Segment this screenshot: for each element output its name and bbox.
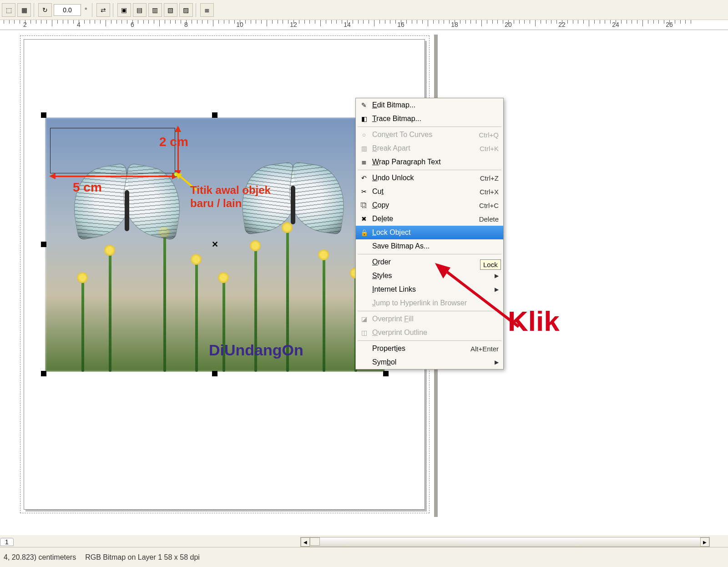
toolbar-separator [113,3,115,17]
context-menu-item-trace-bitmap[interactable]: ◧Trace Bitmap... [356,112,503,126]
menu-item-shortcut: Alt+Enter [470,345,499,353]
tool-icon-4[interactable]: ▧ [164,3,177,17]
menu-item-icon [359,285,369,294]
selection-handle-bl[interactable] [41,371,46,376]
context-menu-item-edit-bitmap[interactable]: ✎Edit Bitmap... [356,98,503,112]
menu-item-icon [359,242,369,251]
context-menu-item-cut[interactable]: ✂CutCtrl+X [356,185,503,198]
context-menu-item-copy[interactable]: ⿻CopyCtrl+C [356,198,503,212]
selection-handle-bm[interactable] [212,371,217,376]
menu-item-icon: ≣ [359,157,369,167]
menu-item-label: Delete [372,215,479,223]
flower-bud [77,272,88,283]
context-menu-item-break-apart: ▥Break ApartCtrl+K [356,142,503,155]
menu-item-label: Cut [372,187,480,196]
stem [323,258,325,372]
scroll-right-arrow-icon[interactable]: ▶ [700,537,709,547]
selection-handle-tl[interactable] [41,112,46,118]
flower-bud [191,254,202,265]
menu-item-icon: ✂ [359,187,369,196]
watermark-text: DiUndangOn [209,341,303,359]
context-menu-item-wrap-paragraph-text[interactable]: ≣Wrap Paragraph Text [356,155,503,169]
scroll-track[interactable] [310,537,700,547]
toolbar-separator [196,3,197,17]
menu-item-icon: ◫ [359,328,369,337]
menu-item-label: Wrap Paragraph Text [372,158,499,166]
svg-line-2 [441,268,519,327]
menu-item-label: Edit Bitmap... [372,101,499,109]
menu-item-icon: ↶ [359,173,369,182]
menu-item-label: Convert To Curves [372,131,479,139]
menu-item-label: Copy [372,201,479,209]
property-bar: ⬚ ▦ ↻ ° ⇄ ▣ ▤ ▥ ▧ ▨ ≣ [0,0,728,20]
rotate-icon[interactable]: ↻ [38,3,52,17]
menu-item-icon: ▥ [359,144,369,153]
menu-item-icon [359,258,369,267]
scroll-left-arrow-icon[interactable]: ◀ [301,537,310,547]
menu-item-icon: ⿻ [359,201,369,210]
submenu-arrow-icon: ▶ [495,359,499,365]
context-menu-item-delete[interactable]: ✖DeleteDelete [356,212,503,226]
menu-item-label: Save Bitmap As... [372,242,499,250]
selection-center-cross: ✕ [212,239,218,249]
toolbar-separator [92,3,94,17]
menu-item-shortcut: Ctrl+Z [480,174,499,182]
page-tabs: 1 [0,537,14,547]
menu-item-shortcut: Ctrl+Q [479,131,499,139]
context-menu-item-save-bitmap-as[interactable]: Save Bitmap As... [356,239,503,253]
context-menu-separator [358,127,501,127]
mirror-h-icon[interactable]: ⇄ [96,3,110,17]
selection-handle-ml[interactable] [41,242,46,247]
menu-item-icon: ✖ [359,214,369,223]
context-menu-separator [358,254,501,254]
wrap-text-icon[interactable]: ≣ [200,3,214,17]
scrollbar-horizontal[interactable]: ◀ ▶ [300,537,710,547]
context-menu-separator [358,340,501,341]
dim-arrow-left [49,173,56,179]
menu-item-shortcut: Ctrl+C [479,202,499,209]
stem [109,253,111,372]
dim-label-vertical: 2 cm [159,135,188,149]
context-menu-item-undo-unlock[interactable]: ↶Undo UnlockCtrl+Z [356,171,503,185]
menu-item-label: Undo Unlock [372,174,480,182]
menu-item-icon [359,358,369,367]
rotation-input[interactable] [54,4,81,16]
tool-icon-1[interactable]: ▣ [117,3,131,17]
menu-item-label: Properties [372,344,470,353]
tool-icon-5[interactable]: ▨ [179,3,193,17]
flower-bud [218,272,229,283]
toolbar-icon-a[interactable]: ⬚ [2,3,15,17]
klik-label: Klik [508,305,560,337]
toolbar-icon-b[interactable]: ▦ [17,3,31,17]
status-coords: 4, 20.823) centimeters [4,553,76,562]
context-menu-item-symbol[interactable]: Symbol▶ [356,355,503,369]
svg-marker-3 [435,263,450,278]
degree-label: ° [83,6,89,14]
menu-item-icon [359,299,369,308]
menu-item-shortcut: Delete [479,215,499,223]
ruler-horizontal: 2468101214161820222426 [0,20,728,30]
page-tab-1[interactable]: 1 [0,538,14,546]
stem [163,235,166,372]
stem [195,263,198,372]
context-menu-item-convert-to-curves: ○Convert To CurvesCtrl+Q [356,128,503,142]
context-menu-item-properties[interactable]: PropertiesAlt+Enter [356,342,503,355]
menu-item-label: Break Apart [372,144,480,152]
tool-icon-3[interactable]: ▥ [148,3,162,17]
tool-icon-2[interactable]: ▤ [133,3,147,17]
menu-item-shortcut: Ctrl+K [480,145,499,152]
toolbar-separator [34,3,35,17]
scroll-thumb[interactable] [310,537,320,546]
menu-item-label: Lock Object [372,228,499,237]
menu-item-icon: ◪ [359,314,369,324]
menu-item-icon [359,344,369,353]
dim-label-horizontal: 5 cm [73,180,102,195]
context-menu-separator [358,170,501,170]
annotation-text: Titik awal objekbaru / lain [190,184,271,210]
selection-handle-br[interactable] [383,371,389,376]
context-menu-item-lock-object[interactable]: 🔒Lock Object [356,226,503,239]
menu-item-shortcut: Ctrl+X [480,188,499,196]
menu-item-icon: ✎ [359,101,369,110]
menu-item-icon: 🔒 [359,228,369,237]
selection-handle-tm[interactable] [212,112,217,118]
